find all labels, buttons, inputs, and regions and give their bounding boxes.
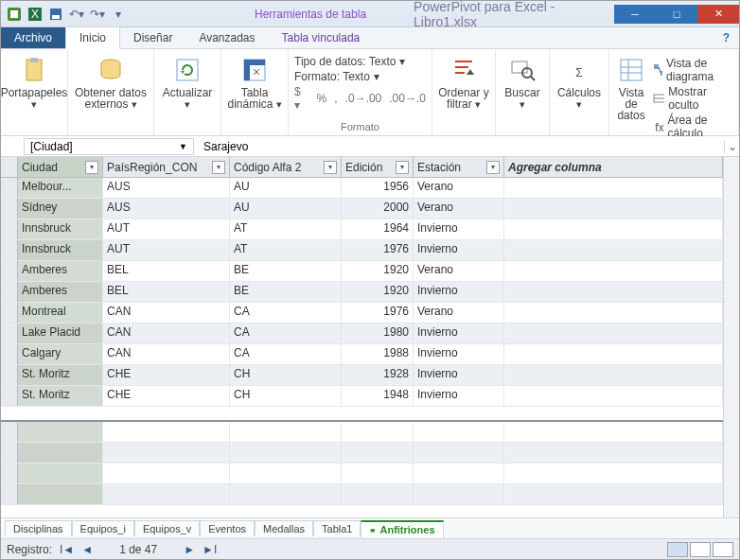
cell-edicion[interactable]: 1920 bbox=[342, 282, 414, 302]
close-button[interactable]: ✕ bbox=[697, 5, 739, 24]
get-external-data-button[interactable]: Obtener datos externos ▾ bbox=[74, 55, 148, 110]
table-row[interactable]: MontrealCANCA1976Verano bbox=[1, 303, 723, 324]
cell-edicion[interactable]: 1928 bbox=[342, 365, 414, 385]
table-row[interactable]: St. MoritzCHECH1948Invierno bbox=[1, 386, 723, 407]
cell-edicion[interactable]: 1976 bbox=[342, 240, 414, 260]
undo-icon[interactable]: ↶▾ bbox=[69, 7, 84, 22]
row-header[interactable] bbox=[1, 344, 18, 364]
row-header[interactable] bbox=[1, 240, 18, 260]
minimize-button[interactable]: ─ bbox=[614, 5, 656, 24]
cell-ciudad[interactable]: St. Moritz bbox=[18, 386, 103, 406]
cell-alfa[interactable]: CA bbox=[230, 303, 342, 323]
cell-edicion[interactable]: 1920 bbox=[342, 261, 414, 281]
table-row[interactable]: Melbour...AUSAU1956Verano bbox=[1, 178, 723, 199]
cell-empty[interactable] bbox=[504, 240, 723, 260]
calc-row[interactable] bbox=[1, 484, 723, 505]
format-selector[interactable]: Formato: Texto ▾ bbox=[294, 70, 426, 83]
cell-ciudad[interactable]: Lake Placid bbox=[18, 324, 103, 343]
cell-ciudad[interactable]: Innsbruck bbox=[18, 240, 103, 260]
column-header-pais[interactable]: PaísRegión_CON▾ bbox=[103, 157, 230, 177]
column-header-edicion[interactable]: Edición▾ bbox=[342, 157, 414, 177]
cell-estacion[interactable]: Invierno bbox=[414, 324, 504, 343]
sort-filter-button[interactable]: Ordenar y filtrar ▾ bbox=[438, 55, 489, 110]
cell-alfa[interactable]: CH bbox=[230, 386, 342, 406]
cell-alfa[interactable]: AT bbox=[230, 219, 342, 239]
filter-dropdown-icon[interactable]: ▾ bbox=[324, 161, 337, 174]
cell-estacion[interactable]: Invierno bbox=[414, 240, 504, 260]
cell-empty[interactable] bbox=[504, 344, 723, 364]
calc-row[interactable] bbox=[1, 443, 723, 464]
comma-icon[interactable]: , bbox=[334, 92, 337, 105]
cell-edicion[interactable]: 1980 bbox=[342, 324, 414, 343]
cell-empty[interactable] bbox=[504, 261, 723, 281]
row-header[interactable] bbox=[1, 422, 18, 442]
cell-edicion[interactable]: 1948 bbox=[342, 386, 414, 406]
diagram-view-button[interactable]: Vista de diagrama bbox=[653, 57, 731, 83]
cell-ciudad[interactable]: St. Moritz bbox=[18, 365, 103, 385]
app-icon[interactable] bbox=[7, 7, 22, 22]
row-header[interactable] bbox=[1, 219, 18, 239]
table-row[interactable]: AmberesBELBE1920Verano bbox=[1, 261, 723, 282]
table-row[interactable]: Lake PlacidCANCA1980Invierno bbox=[1, 324, 723, 344]
row-header[interactable] bbox=[1, 365, 18, 385]
data-view-button[interactable]: Vista de datos bbox=[615, 55, 647, 121]
cell-estacion[interactable]: Invierno bbox=[414, 365, 504, 385]
cell-ciudad[interactable]: Sídney bbox=[18, 199, 103, 219]
cell-pais[interactable]: AUT bbox=[103, 240, 230, 260]
filter-dropdown-icon[interactable]: ▾ bbox=[486, 161, 500, 174]
cell-empty[interactable] bbox=[504, 386, 723, 406]
cell-pais[interactable]: BEL bbox=[103, 261, 230, 281]
cell-ciudad[interactable]: Melbour... bbox=[18, 178, 103, 198]
row-header[interactable] bbox=[1, 282, 18, 302]
pivot-table-button[interactable]: Tabla dinámica ▾ bbox=[227, 55, 282, 110]
cell-estacion[interactable]: Verano bbox=[414, 199, 504, 219]
sheet-tab-tabla1[interactable]: Tabla1 bbox=[313, 520, 361, 536]
cell-empty[interactable] bbox=[504, 365, 723, 385]
cell-empty[interactable] bbox=[504, 178, 723, 198]
cell-pais[interactable]: CHE bbox=[103, 365, 230, 385]
find-button[interactable]: Buscar▾ bbox=[502, 55, 543, 110]
first-record-button[interactable]: I◄ bbox=[60, 543, 74, 556]
cell-pais[interactable]: CAN bbox=[103, 324, 230, 343]
cell-ciudad[interactable]: Calgary bbox=[18, 344, 103, 364]
prev-record-button[interactable]: ◄ bbox=[81, 543, 93, 556]
cell-alfa[interactable]: AU bbox=[230, 199, 342, 219]
calc-row[interactable] bbox=[1, 422, 723, 443]
row-header[interactable] bbox=[1, 303, 18, 323]
tab-linked-table[interactable]: Tabla vinculada bbox=[269, 27, 374, 48]
cell-alfa[interactable]: CA bbox=[230, 324, 342, 343]
last-record-button[interactable]: ►I bbox=[203, 543, 217, 556]
cell-pais[interactable]: AUT bbox=[103, 219, 230, 239]
tab-file[interactable]: Archivo bbox=[1, 27, 65, 48]
tab-home[interactable]: Inicio bbox=[65, 26, 120, 49]
cell-alfa[interactable]: BE bbox=[230, 282, 342, 302]
cell-edicion[interactable]: 2000 bbox=[342, 199, 414, 219]
next-record-button[interactable]: ► bbox=[184, 543, 195, 556]
formula-content[interactable]: Sarajevo bbox=[198, 139, 724, 154]
row-header[interactable] bbox=[1, 199, 18, 219]
cell-estacion[interactable]: Verano bbox=[414, 261, 504, 281]
calc-view-button[interactable] bbox=[713, 542, 733, 557]
cell-alfa[interactable]: AT bbox=[230, 240, 342, 260]
select-all-cell[interactable] bbox=[1, 157, 18, 177]
cell-pais[interactable]: BEL bbox=[103, 282, 230, 302]
sheet-tab-disciplinas[interactable]: Disciplinas bbox=[5, 520, 72, 536]
vertical-scrollbar[interactable] bbox=[723, 157, 739, 517]
tab-design[interactable]: Diseñar bbox=[120, 27, 185, 48]
maximize-button[interactable]: □ bbox=[656, 5, 697, 24]
cell-empty[interactable] bbox=[504, 219, 723, 239]
cell-pais[interactable]: CAN bbox=[103, 303, 230, 323]
cell-alfa[interactable]: BE bbox=[230, 261, 342, 281]
cell-estacion[interactable]: Verano bbox=[414, 303, 504, 323]
save-icon[interactable] bbox=[48, 7, 63, 22]
tab-advanced[interactable]: Avanzadas bbox=[185, 27, 268, 48]
cell-estacion[interactable]: Invierno bbox=[414, 386, 504, 406]
cell-ciudad[interactable]: Innsbruck bbox=[18, 219, 103, 239]
cell-pais[interactable]: AUS bbox=[103, 178, 230, 198]
cell-ciudad[interactable]: Amberes bbox=[18, 261, 103, 281]
cell-edicion[interactable]: 1976 bbox=[342, 303, 414, 323]
row-header[interactable] bbox=[1, 178, 18, 198]
cell-estacion[interactable]: Invierno bbox=[414, 282, 504, 302]
cell-pais[interactable]: CHE bbox=[103, 386, 230, 406]
currency-icon[interactable]: $ ▾ bbox=[294, 85, 309, 112]
